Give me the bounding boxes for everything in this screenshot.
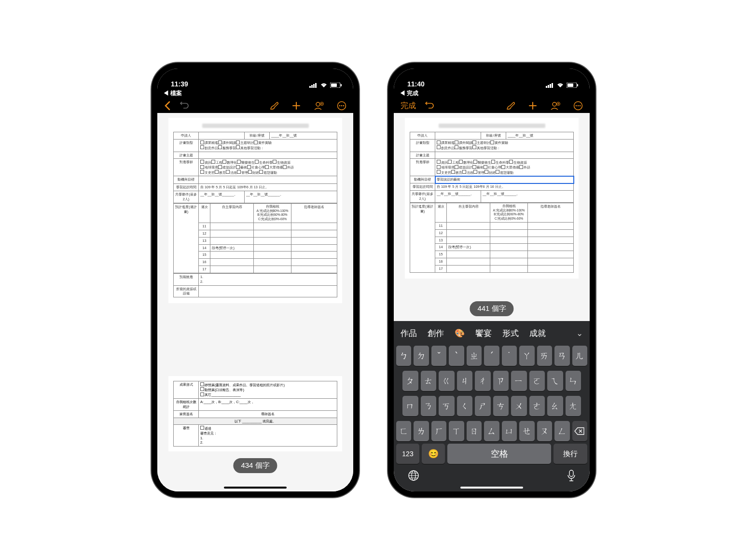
key[interactable]: ㄨ <box>511 396 527 416</box>
value-partner2: __年__班__號______。 <box>481 191 574 203</box>
space-key[interactable]: 空格 <box>447 444 551 464</box>
label-schedule: 預計進度(週計畫) <box>174 203 199 273</box>
toolbar-left: 完成 <box>401 101 434 111</box>
label-teacher: 導師簽名 <box>199 410 337 418</box>
key[interactable]: ㄙ <box>484 421 499 441</box>
keyboard-row-4: ㄈㄌㄏㄒㄖㄙㄩㄝㄡㄥ <box>394 419 590 444</box>
key[interactable]: ㄘ <box>493 396 509 416</box>
key[interactable]: ˊ <box>484 346 499 366</box>
key[interactable]: ㄎ <box>439 396 455 416</box>
home-indicator[interactable] <box>224 487 287 489</box>
undo-icon[interactable] <box>180 101 189 111</box>
more-icon[interactable] <box>573 101 583 111</box>
key[interactable]: ㄅ <box>396 346 411 366</box>
return-key[interactable]: 換行 <box>553 444 587 464</box>
key[interactable]: ㄟ <box>547 371 563 391</box>
key[interactable]: ㄗ <box>493 371 509 391</box>
key[interactable]: ㄌ <box>414 421 429 441</box>
key[interactable]: ㄉ <box>414 346 429 366</box>
abc-key[interactable]: 123 <box>396 444 419 464</box>
key[interactable]: ㄜ <box>529 396 545 416</box>
key[interactable]: ㄒ <box>449 421 464 441</box>
key[interactable]: ㄈ <box>396 421 411 441</box>
key[interactable]: ㄛ <box>529 371 545 391</box>
key[interactable]: ㄖ <box>467 421 482 441</box>
key[interactable]: ㄑ <box>457 396 473 416</box>
key[interactable]: ˙ <box>502 346 517 366</box>
svg-point-7 <box>316 102 320 106</box>
key[interactable]: ㄞ <box>537 346 552 366</box>
more-icon[interactable] <box>337 101 346 111</box>
back-to-app[interactable]: ◀ 完成 <box>400 89 418 98</box>
notch <box>213 69 298 82</box>
key[interactable]: ㄤ <box>566 396 581 416</box>
svg-rect-19 <box>567 84 573 87</box>
key[interactable]: ㄐ <box>457 371 473 391</box>
candidate-emoji[interactable]: 🎨 <box>451 328 469 338</box>
svg-rect-28 <box>569 470 573 476</box>
plus-icon[interactable] <box>291 101 301 111</box>
key[interactable]: ㄧ <box>511 371 527 391</box>
key[interactable]: ㄏ <box>431 421 446 441</box>
key[interactable]: ㄦ <box>572 346 587 366</box>
candidate[interactable]: 創作 <box>424 328 448 339</box>
brush-icon[interactable] <box>269 101 279 111</box>
key[interactable]: ㄚ <box>519 346 534 366</box>
key[interactable]: ㄔ <box>475 371 491 391</box>
done-button[interactable]: 完成 <box>401 101 416 111</box>
chevron-down-icon[interactable]: ⌄ <box>572 328 587 338</box>
candidate[interactable]: 饗宴 <box>471 328 496 339</box>
candidate-bar[interactable]: 作品 創作 🎨 饗宴 形式 成就 ⌄ <box>394 323 590 343</box>
label-period: 學習起訖時間 <box>174 184 199 191</box>
add-person-icon[interactable] <box>550 101 561 111</box>
candidate[interactable]: 形式 <box>498 328 523 339</box>
keyboard-row-1: ㄅㄉˇˋㄓˊ˙ㄚㄞㄢㄦ <box>394 343 590 368</box>
screen: 11:39 ◀ 檔案 申請人班級/座號____年__班__號 <box>157 69 353 491</box>
document-page-2-top: 成果形式靜態展(書面資料、成果作品、學習過程的照片或影片)動態展(口頭報告、表演… <box>168 376 342 451</box>
svg-rect-18 <box>577 84 578 86</box>
key[interactable]: ㄩ <box>502 421 517 441</box>
add-person-icon[interactable] <box>314 101 324 111</box>
label-period: 學習起訖時間 <box>410 183 435 191</box>
key[interactable]: ㄢ <box>554 346 569 366</box>
key[interactable]: ㄕ <box>475 396 491 416</box>
home-indicator[interactable] <box>460 487 523 489</box>
undo-icon[interactable] <box>425 101 434 111</box>
backspace-key[interactable] <box>572 421 587 441</box>
key[interactable]: ˋ <box>449 346 464 366</box>
exam-cell: 段考(暫停一次) <box>210 244 254 252</box>
brush-icon[interactable] <box>506 101 515 111</box>
keyboard-bottom-row: 123 😊 空格 換行 <box>394 444 590 466</box>
candidate[interactable]: 作品 <box>397 328 421 339</box>
key[interactable]: ㄇ <box>402 396 418 416</box>
word-count-pill: 441 個字 <box>470 301 513 316</box>
globe-icon[interactable] <box>407 469 420 484</box>
plus-icon[interactable] <box>528 101 538 111</box>
key[interactable]: ˇ <box>431 346 446 366</box>
svg-rect-14 <box>548 85 549 88</box>
key[interactable]: ㄡ <box>537 421 552 441</box>
key[interactable]: ㄥ <box>554 421 569 441</box>
svg-rect-2 <box>313 84 315 88</box>
toolbar <box>157 89 353 113</box>
signal-icon <box>546 83 554 88</box>
key[interactable]: ㄆ <box>402 371 418 391</box>
key[interactable]: ㄋ <box>421 396 437 416</box>
emoji-key[interactable]: 😊 <box>422 444 445 464</box>
document-area[interactable]: 申請人班級/座號____年__班__號 計畫類型課業精進課外閱讀主題研討實作實驗… <box>394 113 590 321</box>
mic-icon[interactable] <box>567 469 576 484</box>
key[interactable]: ㄊ <box>421 371 437 391</box>
key[interactable]: ㄝ <box>519 421 534 441</box>
key[interactable]: ㄠ <box>547 396 563 416</box>
key[interactable]: ㄣ <box>566 371 581 391</box>
back-chevron-icon[interactable] <box>164 101 171 111</box>
svg-point-25 <box>580 105 581 107</box>
key[interactable]: ㄓ <box>467 346 482 366</box>
status-time: 11:40 <box>407 80 425 88</box>
key[interactable]: ㄍ <box>439 371 455 391</box>
group-options: 資訊工程數理化醫藥衛生生命科學生物資源地球環境建築設計藝術社會心理大眾傳播外語文… <box>435 159 574 176</box>
motive-input-focused[interactable]: 學習說話的藝術 <box>435 176 574 183</box>
document-area[interactable]: 申請人班級/座號____年__班__號 計畫類型課業精進課外閱讀主題研討實作實驗… <box>157 113 353 491</box>
back-to-app[interactable]: ◀ 檔案 <box>163 89 182 98</box>
candidate[interactable]: 成就 <box>526 328 550 339</box>
